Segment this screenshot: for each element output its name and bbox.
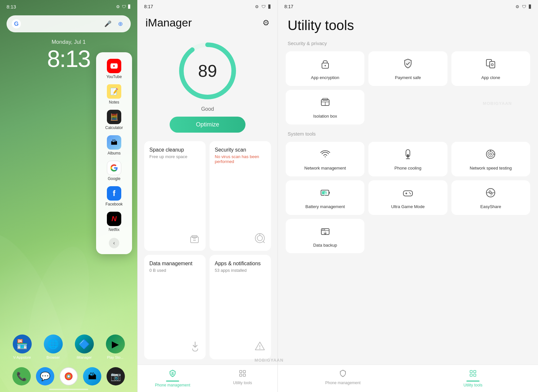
netflix-label: Netflix — [109, 227, 119, 232]
svg-point-25 — [325, 65, 326, 66]
drawer-google[interactable]: Google — [96, 158, 132, 184]
drawer-back[interactable]: ‹ — [96, 236, 132, 250]
phone-cooling-icon — [402, 148, 414, 162]
search-bar[interactable]: G 🎤 ⊕ — [7, 15, 131, 32]
drawer-facebook[interactable]: f Facebook — [96, 184, 132, 209]
drawer-netflix[interactable]: N Netflix — [96, 209, 132, 235]
settings-icon: ⚙ — [116, 4, 120, 9]
lens-icon[interactable]: ⊕ — [115, 19, 126, 29]
easyshare-label: EasyShare — [480, 204, 501, 210]
utility-phone-mgmt-icon — [339, 369, 347, 379]
network-speed-testing-card[interactable]: Network speed testing — [451, 142, 530, 176]
ultra-game-mode-label: Ultra Game Mode — [391, 204, 425, 210]
utility-nav-icon — [239, 369, 246, 379]
drawer-youtube[interactable]: YouTube — [96, 56, 132, 82]
isolation-box-card[interactable]: Isolation box — [286, 90, 364, 124]
optimize-button[interactable]: Optimize — [170, 117, 245, 133]
utility-status-bar: 8:17 ⚙ 🛡 ▊ — [278, 0, 538, 11]
data-management-card[interactable]: Data management 0 B used — [144, 255, 206, 360]
svg-rect-23 — [243, 374, 245, 376]
google-label: Google — [108, 176, 121, 181]
svg-point-53 — [324, 229, 325, 230]
ultra-game-mode-card[interactable]: Ultra Game Mode — [368, 180, 447, 215]
svg-rect-27 — [490, 61, 495, 68]
app-clone-card[interactable]: App clone — [451, 51, 530, 86]
svg-point-39 — [490, 153, 492, 155]
score-number: 89 — [198, 61, 217, 81]
imanager-dock-icon: 🔷 — [75, 335, 94, 353]
data-management-icon — [190, 341, 200, 355]
utility-nav-phone-mgmt[interactable]: Phone management — [278, 368, 408, 389]
imanager-title: iManager — [145, 16, 192, 29]
apps-notifications-card[interactable]: Apps & notifications 53 apps installed — [210, 255, 271, 360]
utility-content: Utility tools Security & privacy App enc… — [278, 11, 538, 365]
home-screen: 8:13 ⚙ 🛡 ▊ G 🎤 ⊕ Monday, Jul 1 8:13 YouT… — [0, 0, 137, 392]
browser-icon: 🌐 — [44, 335, 63, 353]
home-status-icons: ⚙ 🛡 ▊ — [116, 4, 131, 9]
easyshare-icon — [485, 187, 496, 201]
utility-settings-icon: ⚙ — [515, 4, 519, 9]
svg-rect-20 — [240, 370, 242, 373]
dock-v-appstore[interactable]: 🏪 V-Appstore — [13, 335, 32, 359]
albums-bottom-icon[interactable]: 🏔 — [83, 367, 101, 385]
battery-icon: ▊ — [128, 5, 131, 9]
drawer-albums[interactable]: 🏔 Albums — [96, 133, 132, 158]
svg-rect-21 — [243, 370, 245, 373]
google-logo: G — [12, 19, 21, 28]
imanager-settings-icon: ⚙ — [255, 4, 259, 9]
utility-nav-utility-tools[interactable]: Utility tools — [408, 368, 538, 389]
voice-search-icon[interactable]: 🎤 — [103, 19, 113, 29]
svg-point-18 — [260, 348, 261, 349]
utility-status-icons: ⚙ 🛡 ▊ — [515, 4, 531, 9]
battery-management-card[interactable]: Battery management — [286, 180, 364, 215]
drawer-notes[interactable]: 📝 Notes — [96, 82, 132, 107]
messages-icon[interactable]: 💬 — [36, 367, 54, 385]
svg-point-49 — [490, 192, 492, 194]
imanager-header: iManager ⚙ — [138, 11, 277, 32]
back-chevron[interactable]: ‹ — [109, 238, 119, 248]
svg-rect-54 — [470, 370, 472, 373]
apps-notifications-icon — [254, 341, 266, 355]
home-time: 8:13 — [7, 4, 16, 9]
dock-imanager[interactable]: 🔷 iManager — [75, 335, 94, 359]
data-backup-card[interactable]: Data backup — [286, 219, 364, 253]
imanager-time: 8:17 — [144, 4, 153, 9]
calculator-icon: 🧮 — [107, 110, 121, 124]
dock-browser[interactable]: 🌐 Browser — [44, 335, 63, 359]
nav-phone-management[interactable]: Phone management — [138, 368, 208, 389]
app-encryption-card[interactable]: App encryption — [286, 51, 364, 86]
utility-tools-indicator — [466, 381, 479, 382]
utility-shield-icon: 🛡 — [522, 4, 526, 9]
nav-utility-tools[interactable]: Utility tools — [208, 368, 277, 389]
calculator-label: Calculator — [105, 125, 123, 130]
security-scan-card[interactable]: Security scan No virus scan has been per… — [210, 141, 271, 251]
phone-icon[interactable]: 📞 — [12, 367, 31, 385]
shield-icon: 🛡 — [122, 4, 126, 9]
youtube-label: YouTube — [106, 74, 122, 79]
ultra-game-mode-icon — [402, 187, 414, 201]
app-encryption-icon — [319, 58, 331, 72]
payment-safe-card[interactable]: Payment safe — [368, 51, 447, 86]
isolation-box-icon — [319, 96, 331, 110]
security-privacy-label: Security & privacy — [278, 37, 538, 49]
app-clone-label: App clone — [481, 75, 500, 81]
camera-icon[interactable]: 📷 — [107, 367, 125, 385]
imanager-gear-button[interactable]: ⚙ — [262, 18, 270, 27]
network-management-card[interactable]: Network management — [286, 142, 364, 176]
score-circle: 89 — [175, 38, 240, 104]
payment-safe-label: Payment safe — [395, 75, 421, 81]
v-appstore-label: V-Appstore — [13, 355, 31, 359]
chrome-icon[interactable] — [59, 367, 78, 385]
svg-rect-55 — [474, 370, 476, 373]
network-speed-label: Network speed testing — [470, 166, 512, 171]
space-cleanup-card[interactable]: Space cleanup Free up more space — [144, 141, 206, 251]
notes-icon: 📝 — [107, 84, 121, 99]
easyshare-card[interactable]: EasyShare — [451, 180, 530, 215]
svg-rect-22 — [240, 374, 242, 376]
imanager-label: iManager — [77, 355, 92, 359]
albums-label: Albums — [108, 151, 121, 155]
drawer-calculator[interactable]: 🧮 Calculator — [96, 107, 132, 133]
phone-cooling-card[interactable]: Phone cooling — [368, 142, 447, 176]
dock-play-store[interactable]: ▶ Play Sto... — [106, 335, 125, 359]
home-bottom-dock: 📞 💬 🏔 📷 — [0, 367, 137, 385]
